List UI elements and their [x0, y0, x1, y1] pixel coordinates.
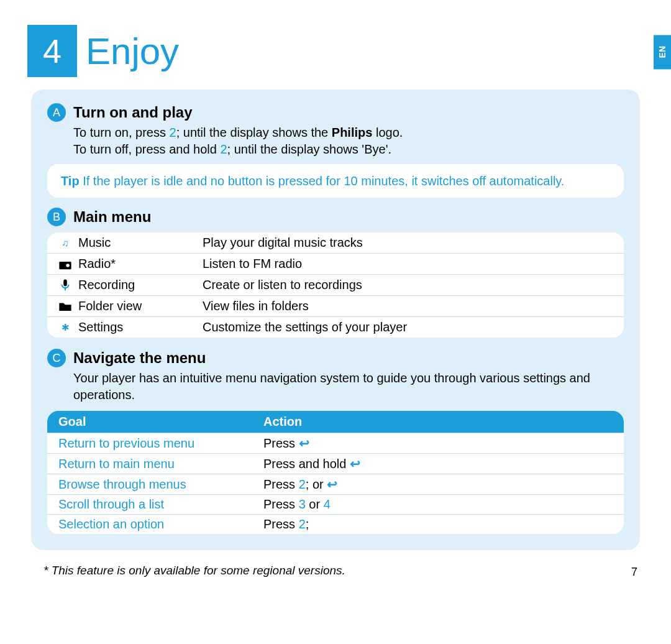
menu-name: Radio* — [78, 257, 203, 271]
text: Press — [263, 497, 299, 511]
return-icon: ↪ — [350, 456, 360, 471]
table-row: Folder view View files in folders — [47, 295, 624, 316]
table-row: Browse through menus Press 2; or ↪ — [47, 474, 624, 494]
section-a-body: To turn on, press 2; until the display s… — [73, 124, 624, 158]
page: EN 4 Enjoy A Turn on and play To turn on… — [0, 0, 671, 596]
section-c-title: Navigate the menu — [73, 349, 206, 367]
table-row: Return to main menu Press and hold ↪ — [47, 453, 624, 474]
music-icon: ♫ — [58, 237, 72, 249]
return-icon: ↪ — [327, 477, 337, 492]
goal-cell: Browse through menus — [58, 477, 263, 492]
text: until the display shows the — [180, 126, 332, 139]
col-action-header: Action — [263, 415, 613, 429]
table-header: Goal Action — [47, 411, 624, 433]
section-b-header: B Main menu — [47, 208, 624, 226]
button-ref: 2 — [220, 142, 227, 156]
button-ref: 2 — [299, 517, 306, 531]
gear-icon: ✱ — [58, 322, 72, 333]
table-row: ✱ Settings Customize the settings of you… — [47, 316, 624, 338]
text: logo. — [372, 126, 403, 139]
svg-point-1 — [66, 264, 70, 267]
menu-desc: Play your digital music tracks — [203, 236, 613, 250]
table-row: Scroll through a list Press 3 or 4 — [47, 494, 624, 514]
chapter-title: Enjoy — [86, 30, 179, 73]
text: To turn on, press — [73, 126, 170, 139]
text: or — [306, 497, 324, 511]
section-a-title: Turn on and play — [73, 104, 193, 121]
goal-cell: Return to previous menu — [58, 436, 263, 451]
action-cell: Press 3 or 4 — [263, 497, 613, 512]
chapter-number-box: 4 — [27, 25, 77, 77]
text: Press — [263, 477, 299, 491]
main-menu-table: ♫ Music Play your digital music tracks R… — [47, 232, 624, 338]
brand-name: Philips — [332, 126, 373, 139]
section-b-title: Main menu — [73, 208, 151, 226]
section-a-header: A Turn on and play — [47, 103, 624, 122]
table-row: Radio* Listen to FM radio — [47, 253, 624, 274]
goal-cell: Selection an option — [58, 517, 263, 531]
button-ref: 2 — [170, 126, 176, 139]
table-row: Selection an option Press 2; — [47, 514, 624, 534]
action-cell: Press 2; or ↪ — [263, 477, 613, 492]
chapter-header: 4 Enjoy — [27, 25, 640, 77]
button-ref: 2 — [299, 477, 306, 491]
footnote: * This feature is only available for som… — [43, 564, 640, 577]
folder-icon — [58, 301, 72, 312]
language-tab: EN — [654, 35, 671, 69]
action-cell: Press 2; — [263, 517, 613, 531]
tip-box: Tip If the player is idle and no button … — [47, 164, 624, 198]
menu-desc: Customize the settings of your player — [203, 320, 613, 334]
section-c-intro: Your player has an intuitive menu naviga… — [73, 370, 624, 403]
menu-name: Music — [78, 236, 203, 250]
table-row: ♫ Music Play your digital music tracks — [47, 232, 624, 253]
menu-desc: View files in folders — [203, 299, 613, 313]
menu-desc: Listen to FM radio — [203, 257, 613, 271]
goal-cell: Return to main menu — [58, 457, 263, 471]
table-row: Return to previous menu Press ↪ — [47, 433, 624, 453]
table-row: Recording Create or listen to recordings — [47, 274, 624, 295]
text: Press and hold — [263, 457, 350, 471]
text: Press — [263, 517, 299, 531]
navigate-table: Goal Action Return to previous menu Pres… — [47, 411, 624, 534]
menu-desc: Create or listen to recordings — [203, 278, 613, 292]
section-b-letter: B — [47, 208, 66, 226]
menu-name: Recording — [78, 278, 203, 292]
svg-rect-2 — [63, 279, 67, 286]
section-c-header: C Navigate the menu — [47, 349, 624, 367]
text: ; — [306, 517, 309, 531]
tip-label: Tip — [61, 174, 80, 188]
microphone-icon — [58, 280, 72, 291]
text: until the display shows 'Bye'. — [231, 142, 391, 156]
tip-text: If the player is idle and no button is p… — [80, 174, 565, 188]
section-c-letter: C — [47, 349, 66, 367]
action-cell: Press ↪ — [263, 436, 613, 451]
text: To turn off, press and hold — [73, 142, 220, 156]
text: Press — [263, 436, 299, 450]
content-block: A Turn on and play To turn on, press 2; … — [31, 90, 640, 550]
menu-name: Settings — [78, 320, 203, 334]
goal-cell: Scroll through a list — [58, 497, 263, 512]
col-goal-header: Goal — [58, 415, 263, 429]
text: or — [309, 477, 327, 491]
section-a-letter: A — [47, 103, 66, 122]
page-number: 7 — [631, 566, 637, 579]
radio-icon — [58, 259, 72, 270]
return-icon: ↪ — [299, 436, 309, 451]
menu-name: Folder view — [78, 299, 203, 313]
action-cell: Press and hold ↪ — [263, 456, 613, 471]
button-ref: 3 — [299, 497, 306, 511]
button-ref: 4 — [324, 497, 331, 511]
